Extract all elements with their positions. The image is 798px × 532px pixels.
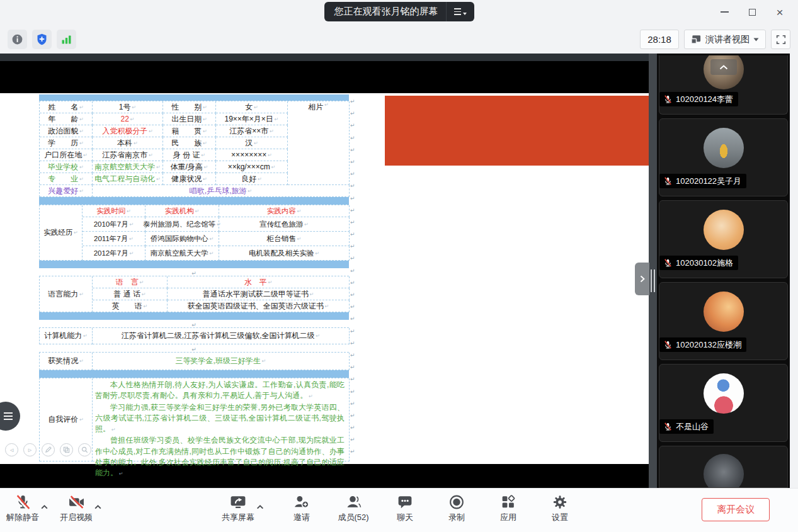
camera-muted-icon: [68, 494, 85, 511]
apps-button[interactable]: 应用: [492, 494, 525, 523]
security-button[interactable]: [32, 30, 52, 49]
table-cell: 出生日期: [163, 113, 216, 125]
table-cell: 南京航空航天大学: [145, 246, 219, 261]
copy-icon: [63, 446, 70, 453]
start-video-button[interactable]: 开启视频: [60, 494, 93, 523]
zoom-button[interactable]: [78, 443, 91, 456]
fullscreen-button[interactable]: [771, 30, 790, 49]
shared-screen-top-strip: [0, 54, 649, 61]
collapse-videos-button[interactable]: [710, 59, 737, 75]
table-cell: 宣传红色旅游: [219, 217, 350, 232]
watching-title: 您正在观看张月铭的屏幕: [324, 6, 446, 18]
edit-button[interactable]: [42, 443, 55, 456]
personal-info-grid: 姓 名 1号 性 别 女 相片 年 龄 22 出生日期 19××年×月×日 政治…: [39, 101, 349, 197]
pilcrow-column: ↵↵↵↵↵↵↵↵↵↵↵↵↵↵↵↵↵↵↵↵↵↵↵↵↵↵↵↵↵↵: [350, 96, 355, 458]
table-cell: 南京航空航天大学: [93, 161, 163, 173]
close-button[interactable]: ×: [770, 4, 789, 20]
table-cell: 学 历: [40, 137, 93, 149]
table-cell: 2010年7月: [83, 217, 145, 232]
copy-button[interactable]: [60, 443, 73, 456]
participant-tile[interactable]: 102030102施格: [659, 200, 788, 278]
table-cell: 本科: [93, 137, 163, 149]
self-evaluation-text: 本人性格热情开朗,待人友好,为人诚实谦虚。工作勤奋,认真负责,能吃苦耐劳,尽职尽…: [93, 378, 350, 461]
table-cell: 电机装配及相关实验: [219, 246, 350, 261]
table-cell: 身 份 证: [163, 149, 216, 161]
pencil-icon: [45, 446, 52, 453]
participant-tile[interactable]: 102020132应楼潮: [659, 282, 788, 360]
apps-grid-icon: [500, 494, 517, 511]
section-label: 获奖情况: [40, 353, 93, 370]
table-cell: 政治面貌: [40, 125, 93, 137]
table-cell: 2012年7月: [83, 246, 145, 261]
prev-page-button[interactable]: ◃: [5, 443, 18, 456]
window-controls: ×: [715, 4, 789, 20]
mic-muted-icon: [663, 340, 673, 349]
slide-orange-block: [385, 96, 649, 166]
next-page-button[interactable]: ▹: [23, 443, 37, 456]
photo-cell: 相片: [288, 101, 350, 185]
blank-row: ↵: [39, 268, 349, 276]
column-header: 实践时间: [83, 205, 145, 217]
share-sidebar-divider: [649, 54, 657, 488]
table-cell: 籍 贯: [163, 125, 216, 137]
table-cell: 江苏省南京市: [93, 149, 163, 161]
control-bar: 解除静音 开启视频 共享屏幕: [0, 488, 798, 532]
blank-row: ↵: [39, 320, 349, 327]
participant-tile[interactable]: 不是山谷: [659, 364, 788, 442]
chevron-down-icon: [463, 13, 467, 15]
section-label: 语言能力: [40, 276, 93, 312]
doc-list-button[interactable]: [0, 402, 20, 431]
maximize-button[interactable]: [743, 4, 761, 20]
meeting-info-button[interactable]: [8, 30, 27, 49]
record-icon: [448, 494, 465, 511]
banner-menu-button[interactable]: [446, 2, 474, 21]
record-button[interactable]: 录制: [440, 494, 473, 523]
sidebar-right-margin: [790, 54, 798, 488]
column-header: 语 言: [93, 276, 168, 288]
settings-button[interactable]: 设置: [544, 494, 576, 523]
invite-button[interactable]: 邀请: [285, 494, 318, 523]
table-cell: 户口所在地: [40, 149, 93, 161]
table-cell: 19××年×月×日: [216, 113, 288, 125]
participant-tile[interactable]: 102020124李蕾: [659, 55, 788, 115]
highlight-band: [39, 94, 349, 101]
table-cell: 获全国英语四级证书、全国英语六级证书: [168, 300, 350, 312]
view-mode-button[interactable]: 演讲者视图: [684, 30, 766, 49]
panel-collapse-handle[interactable]: [635, 263, 649, 295]
chat-button[interactable]: 聊天: [389, 494, 421, 523]
share-screen-button[interactable]: 共享屏幕: [222, 494, 254, 523]
meeting-window: 您正在观看张月铭的屏幕 × 28:18: [0, 0, 798, 532]
video-options-caret[interactable]: [94, 501, 102, 512]
participant-name-badge: 不是山谷: [659, 419, 714, 434]
unmute-button[interactable]: 解除静音: [6, 494, 39, 523]
table-cell: 普 通 话: [93, 288, 168, 300]
chevron-up-icon: [94, 504, 102, 510]
leave-meeting-button[interactable]: 离开会议: [702, 498, 770, 521]
titlebar: 您正在观看张月铭的屏幕 ×: [0, 0, 798, 25]
members-button[interactable]: 成员(52): [337, 494, 370, 523]
column-header: 实践内容: [219, 205, 350, 217]
doc-nav-controls: ◃ ▹: [5, 443, 91, 456]
share-options-caret[interactable]: [256, 501, 264, 512]
table-cell: 侨鸿国际购物中心: [145, 232, 219, 246]
table-cell: 唱歌,乒乓球,旅游: [93, 185, 350, 197]
participants-sidebar: 102020124李蕾 102020122吴子月 102030102施格: [657, 54, 790, 488]
table-cell: ××kg/×××cm: [216, 161, 288, 173]
highlight-band: [39, 197, 349, 205]
scrollbar-handle[interactable]: [651, 269, 655, 292]
participant-tile[interactable]: 102020122吴子月: [659, 118, 788, 196]
participant-tile[interactable]: [659, 446, 788, 488]
section-label: 计算机能力: [40, 328, 93, 344]
share-screen-icon: [230, 494, 247, 511]
participant-name-badge: 102030102施格: [659, 256, 738, 270]
table-cell: 良好: [216, 173, 288, 185]
table-cell: 入党积极分子: [93, 125, 163, 137]
mic-muted-icon: [663, 176, 673, 186]
network-quality-button[interactable]: [57, 30, 76, 49]
highlight-band: [39, 312, 349, 320]
column-header: 水 平: [168, 276, 350, 288]
mute-options-caret[interactable]: [40, 501, 48, 512]
table-cell: 江苏省××市: [216, 125, 288, 137]
table-cell: 汉: [216, 137, 288, 149]
minimize-button[interactable]: [715, 4, 734, 20]
